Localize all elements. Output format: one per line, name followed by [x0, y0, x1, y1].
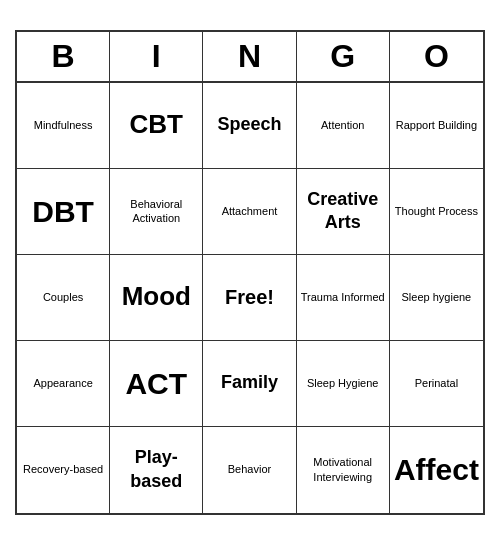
- cell-text: Speech: [217, 113, 281, 136]
- cell-text: Behavior: [228, 462, 271, 476]
- cell-r3-c3: Sleep Hygiene: [297, 341, 390, 427]
- cell-r1-c0: DBT: [17, 169, 110, 255]
- cell-text: DBT: [32, 192, 94, 231]
- cell-text: Affect: [394, 450, 479, 489]
- cell-r0-c0: Mindfulness: [17, 83, 110, 169]
- cell-text: Family: [221, 371, 278, 394]
- cell-r0-c1: CBT: [110, 83, 203, 169]
- cell-text: Creative Arts: [301, 188, 385, 235]
- header-letter: N: [203, 32, 296, 81]
- cell-r0-c3: Attention: [297, 83, 390, 169]
- cell-r0-c4: Rapport Building: [390, 83, 483, 169]
- cell-r1-c1: Behavioral Activation: [110, 169, 203, 255]
- cell-text: Couples: [43, 290, 83, 304]
- cell-text: Sleep Hygiene: [307, 376, 379, 390]
- cell-r1-c2: Attachment: [203, 169, 296, 255]
- cell-r3-c0: Appearance: [17, 341, 110, 427]
- cell-text: Rapport Building: [396, 118, 477, 132]
- cell-r2-c1: Mood: [110, 255, 203, 341]
- bingo-grid: MindfulnessCBTSpeechAttentionRapport Bui…: [17, 83, 483, 513]
- cell-r3-c4: Perinatal: [390, 341, 483, 427]
- cell-text: Motivational Interviewing: [301, 455, 385, 484]
- cell-text: Attention: [321, 118, 364, 132]
- cell-text: Thought Process: [395, 204, 478, 218]
- cell-r2-c4: Sleep hygiene: [390, 255, 483, 341]
- cell-text: Free!: [225, 284, 274, 310]
- cell-r4-c4: Affect: [390, 427, 483, 513]
- cell-text: Trauma Informed: [301, 290, 385, 304]
- cell-text: Perinatal: [415, 376, 458, 390]
- cell-text: Mindfulness: [34, 118, 93, 132]
- cell-r0-c2: Speech: [203, 83, 296, 169]
- cell-text: Appearance: [33, 376, 92, 390]
- cell-r2-c0: Couples: [17, 255, 110, 341]
- cell-r4-c1: Play-based: [110, 427, 203, 513]
- cell-r3-c1: ACT: [110, 341, 203, 427]
- cell-text: CBT: [130, 108, 183, 142]
- cell-text: Behavioral Activation: [114, 197, 198, 226]
- bingo-card: BINGO MindfulnessCBTSpeechAttentionRappo…: [15, 30, 485, 515]
- cell-text: Sleep hygiene: [402, 290, 472, 304]
- cell-r1-c3: Creative Arts: [297, 169, 390, 255]
- cell-r3-c2: Family: [203, 341, 296, 427]
- bingo-header: BINGO: [17, 32, 483, 83]
- cell-text: ACT: [125, 364, 187, 403]
- header-letter: I: [110, 32, 203, 81]
- header-letter: G: [297, 32, 390, 81]
- cell-text: Play-based: [114, 446, 198, 493]
- cell-r4-c2: Behavior: [203, 427, 296, 513]
- cell-r4-c3: Motivational Interviewing: [297, 427, 390, 513]
- cell-r4-c0: Recovery-based: [17, 427, 110, 513]
- cell-text: Recovery-based: [23, 462, 103, 476]
- cell-r1-c4: Thought Process: [390, 169, 483, 255]
- header-letter: O: [390, 32, 483, 81]
- cell-r2-c2: Free!: [203, 255, 296, 341]
- cell-text: Mood: [122, 280, 191, 314]
- cell-r2-c3: Trauma Informed: [297, 255, 390, 341]
- cell-text: Attachment: [222, 204, 278, 218]
- header-letter: B: [17, 32, 110, 81]
